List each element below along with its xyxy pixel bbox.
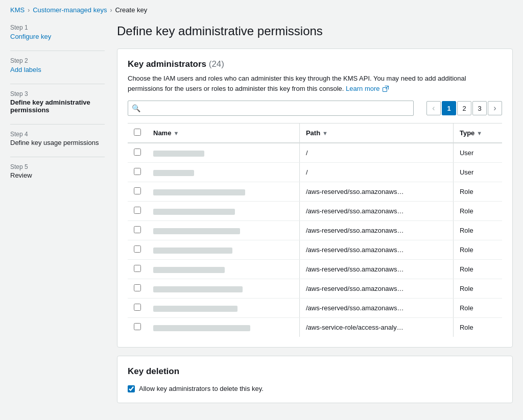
- table-row: /aws-reserved/sso.amazonaws…Role: [128, 202, 502, 221]
- sidebar-step-5-label: Step 5: [10, 163, 105, 170]
- path-sort-icon[interactable]: ▼: [322, 130, 328, 136]
- card-inner: Key administrators (24) Choose the IAM u…: [117, 49, 512, 347]
- key-admin-description: Choose the IAM users and roles who can a…: [128, 73, 502, 93]
- sidebar: Step 1 Configure key Step 2 Add labels S…: [10, 20, 105, 411]
- breadcrumb-sep-1: ›: [28, 7, 30, 14]
- pagination-prev-btn[interactable]: ‹: [426, 101, 441, 115]
- row-checkbox[interactable]: [134, 168, 141, 175]
- row-checkbox-cell: [128, 221, 147, 240]
- row-type: Role: [454, 221, 502, 240]
- row-checkbox[interactable]: [134, 245, 141, 253]
- sidebar-divider-4: [10, 157, 105, 157]
- sidebar-divider-2: [10, 84, 105, 84]
- sidebar-step-1-label: Step 1: [10, 24, 105, 31]
- table-row: /aws-reserved/sso.amazonaws…Role: [128, 182, 502, 202]
- breadcrumb-create-key: Create key: [115, 6, 147, 14]
- table-row: /aws-reserved/sso.amazonaws…Role: [128, 260, 502, 279]
- pagination-page-1[interactable]: 1: [442, 101, 456, 115]
- row-name: [147, 260, 299, 279]
- breadcrumb-kms[interactable]: KMS: [10, 6, 25, 14]
- row-name: [147, 221, 299, 240]
- row-type: Role: [454, 260, 502, 279]
- row-name: [147, 202, 299, 221]
- table-row: /User: [128, 143, 502, 163]
- name-redacted-bar: [153, 325, 250, 331]
- sidebar-step-4: Step 4 Define key usage permissions: [10, 131, 105, 146]
- row-name: [147, 240, 299, 260]
- row-checkbox-cell: [128, 279, 147, 299]
- sidebar-step-4-label: Step 4: [10, 131, 105, 138]
- table-row: /aws-reserved/sso.amazonaws…Role: [128, 240, 502, 260]
- key-deletion-card: Key deletion Allow key administrators to…: [117, 356, 513, 403]
- table-row: /User: [128, 163, 502, 182]
- row-type: Role: [454, 279, 502, 299]
- row-checkbox[interactable]: [134, 187, 141, 194]
- pagination: ‹ 1 2 3 ›: [426, 101, 502, 115]
- row-path: /: [300, 163, 453, 182]
- name-redacted-bar: [153, 170, 194, 176]
- table-row: /aws-reserved/sso.amazonaws…Role: [128, 299, 502, 318]
- table-row: /aws-service-role/access-analy…Role: [128, 318, 502, 337]
- sidebar-step-3-label: Step 3: [10, 90, 105, 97]
- th-type: Type ▼: [454, 123, 502, 143]
- sidebar-step-1-title[interactable]: Configure key: [10, 33, 51, 40]
- row-path: /aws-reserved/sso.amazonaws…: [300, 299, 453, 318]
- row-checkbox[interactable]: [134, 207, 141, 214]
- name-redacted-bar: [153, 228, 240, 234]
- row-checkbox-cell: [128, 163, 147, 182]
- row-checkbox[interactable]: [134, 284, 141, 291]
- sidebar-step-5-title: Review: [10, 171, 105, 179]
- row-path: /aws-reserved/sso.amazonaws…: [300, 279, 453, 299]
- row-checkbox-cell: [128, 260, 147, 279]
- type-sort-icon[interactable]: ▼: [477, 130, 482, 136]
- sidebar-step-3-title: Define key administrative permissions: [10, 98, 105, 114]
- table-row: /aws-reserved/sso.amazonaws…Role: [128, 279, 502, 299]
- row-checkbox[interactable]: [134, 323, 141, 330]
- sidebar-step-3: Step 3 Define key administrative permiss…: [10, 90, 105, 114]
- row-checkbox[interactable]: [134, 149, 141, 156]
- row-checkbox[interactable]: [134, 304, 141, 311]
- row-checkbox[interactable]: [134, 226, 141, 233]
- name-redacted-bar: [153, 151, 204, 157]
- row-name: [147, 182, 299, 202]
- name-sort-icon[interactable]: ▼: [173, 130, 179, 136]
- allow-deletion-label[interactable]: Allow key administrators to delete this …: [128, 385, 502, 392]
- key-admin-table: Name ▼ Path ▼: [128, 123, 502, 337]
- row-path: /aws-reserved/sso.amazonaws…: [300, 240, 453, 260]
- row-path: /: [300, 143, 453, 163]
- row-name: [147, 163, 299, 182]
- search-input[interactable]: [128, 101, 414, 116]
- name-redacted-bar: [153, 248, 232, 254]
- row-type: Role: [454, 182, 502, 202]
- key-deletion-section: Key deletion Allow key administrators to…: [117, 356, 512, 403]
- allow-deletion-checkbox[interactable]: [128, 385, 135, 392]
- page-title: Define key administrative permissions: [117, 24, 513, 38]
- key-admin-section-title: Key administrators (24): [128, 59, 502, 69]
- row-checkbox-cell: [128, 182, 147, 202]
- row-name: [147, 318, 299, 337]
- pagination-page-2[interactable]: 2: [457, 101, 471, 115]
- sidebar-step-2-title[interactable]: Add labels: [10, 66, 41, 73]
- key-administrators-card: Key administrators (24) Choose the IAM u…: [117, 48, 513, 348]
- pagination-next-btn[interactable]: ›: [488, 101, 502, 115]
- external-link-icon: [383, 86, 389, 92]
- row-checkbox[interactable]: [134, 265, 141, 272]
- row-type: User: [454, 143, 502, 163]
- row-path: /aws-reserved/sso.amazonaws…: [300, 182, 453, 202]
- th-path: Path ▼: [300, 123, 453, 143]
- search-wrapper: 🔍: [128, 101, 414, 116]
- row-checkbox-cell: [128, 240, 147, 260]
- breadcrumb-customer-managed-keys[interactable]: Customer-managed keys: [33, 6, 107, 14]
- sidebar-step-5: Step 5 Review: [10, 163, 105, 179]
- sidebar-divider-1: [10, 51, 105, 51]
- learn-more-link[interactable]: Learn more: [346, 85, 389, 92]
- name-redacted-bar: [153, 286, 243, 292]
- row-type: Role: [454, 318, 502, 337]
- row-type: Role: [454, 202, 502, 221]
- row-checkbox-cell: [128, 202, 147, 221]
- pagination-page-3[interactable]: 3: [472, 101, 487, 115]
- select-all-checkbox[interactable]: [134, 129, 141, 136]
- th-name: Name ▼: [147, 123, 299, 143]
- th-select-all: [128, 123, 147, 143]
- key-deletion-title: Key deletion: [128, 366, 502, 377]
